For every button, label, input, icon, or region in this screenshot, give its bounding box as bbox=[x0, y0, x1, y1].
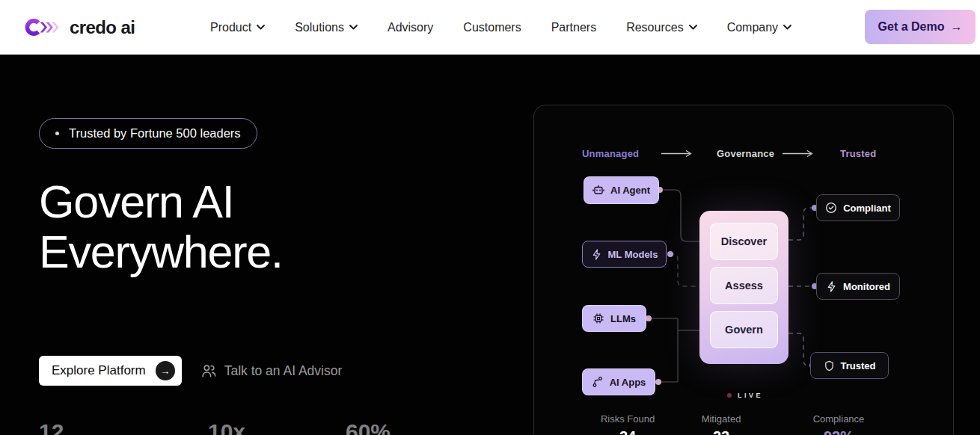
robot-icon bbox=[592, 185, 604, 197]
credo-ai-logomark bbox=[25, 15, 62, 40]
pipeline-step-assess: Assess bbox=[710, 267, 778, 304]
pipeline-step-govern: Govern bbox=[710, 311, 778, 348]
page-title: Govern AI Everywhere. bbox=[39, 177, 283, 277]
source-box-ai-agent: AI Agent bbox=[584, 176, 659, 204]
bolt-icon bbox=[826, 281, 837, 292]
check-circle-icon bbox=[825, 202, 837, 214]
metric-mitigated: Mitigated 22 bbox=[673, 413, 770, 435]
chevron-down-icon bbox=[257, 25, 265, 30]
branch-icon bbox=[592, 376, 604, 388]
hero-stat-value: 10x bbox=[208, 419, 245, 435]
get-a-demo-button[interactable]: Get a Demo → bbox=[865, 10, 976, 44]
trust-badge-label: Trusted by Fortune 500 leaders bbox=[69, 126, 241, 141]
logo-wordmark: credo ai bbox=[70, 17, 135, 38]
live-label: LIVE bbox=[738, 392, 763, 399]
metric-risks-found: Risks Found 24 bbox=[579, 413, 676, 435]
pipeline-step-discover: Discover bbox=[710, 223, 778, 260]
nav-item-customers[interactable]: Customers bbox=[463, 21, 521, 34]
hero-stat-value: 60% bbox=[346, 419, 391, 435]
source-box-llms: LLMs bbox=[582, 305, 646, 332]
main-nav: Product Solutions Advisory Customers Par… bbox=[210, 0, 791, 55]
governance-diagram-panel: Unmanaged Governance Trusted bbox=[533, 105, 954, 435]
nav-item-solutions[interactable]: Solutions bbox=[295, 21, 358, 34]
shield-icon bbox=[824, 360, 835, 371]
hero-stat-value: 12 bbox=[39, 419, 64, 435]
explore-platform-button[interactable]: Explore Platform → bbox=[39, 356, 182, 386]
chip-icon bbox=[592, 312, 604, 324]
live-dot-icon bbox=[727, 393, 732, 398]
bolt-icon bbox=[591, 249, 602, 260]
outcome-box-monitored: Monitored bbox=[816, 273, 900, 300]
governance-pipeline-card: Discover Assess Govern bbox=[699, 211, 788, 364]
chevron-down-icon bbox=[349, 25, 358, 30]
outcome-box-trusted: Trusted bbox=[810, 352, 889, 379]
nav-item-partners[interactable]: Partners bbox=[551, 21, 596, 34]
nav-item-company[interactable]: Company bbox=[727, 21, 791, 34]
talk-to-ai-advisor-link[interactable]: Talk to an AI Advisor bbox=[201, 363, 343, 379]
source-box-ml-models: ML Models bbox=[582, 241, 667, 268]
outcome-box-compliant: Compliant bbox=[816, 194, 900, 221]
bullet-dot-icon bbox=[55, 132, 59, 135]
landing-page: credo ai Product Solutions Advisory Cust… bbox=[0, 0, 980, 435]
source-box-ai-apps: AI Apps bbox=[582, 368, 655, 395]
nav-item-resources[interactable]: Resources bbox=[626, 21, 696, 34]
chevron-down-icon bbox=[689, 25, 697, 30]
people-icon bbox=[201, 363, 217, 379]
nav-item-advisory[interactable]: Advisory bbox=[388, 21, 433, 34]
arrow-right-circle-icon: → bbox=[156, 361, 175, 380]
credo-ai-logo[interactable]: credo ai bbox=[25, 0, 135, 55]
nav-item-product[interactable]: Product bbox=[210, 21, 265, 34]
arrow-right-icon: → bbox=[950, 20, 962, 34]
live-indicator: LIVE bbox=[700, 392, 790, 399]
chevron-down-icon bbox=[783, 25, 791, 30]
metric-compliance: Compliance 92% bbox=[790, 413, 887, 435]
top-navigation-bar: credo ai Product Solutions Advisory Cust… bbox=[0, 0, 980, 55]
trust-badge: Trusted by Fortune 500 leaders bbox=[39, 118, 257, 149]
hero-cta-row: Explore Platform → Talk to an AI Advisor bbox=[39, 356, 342, 386]
